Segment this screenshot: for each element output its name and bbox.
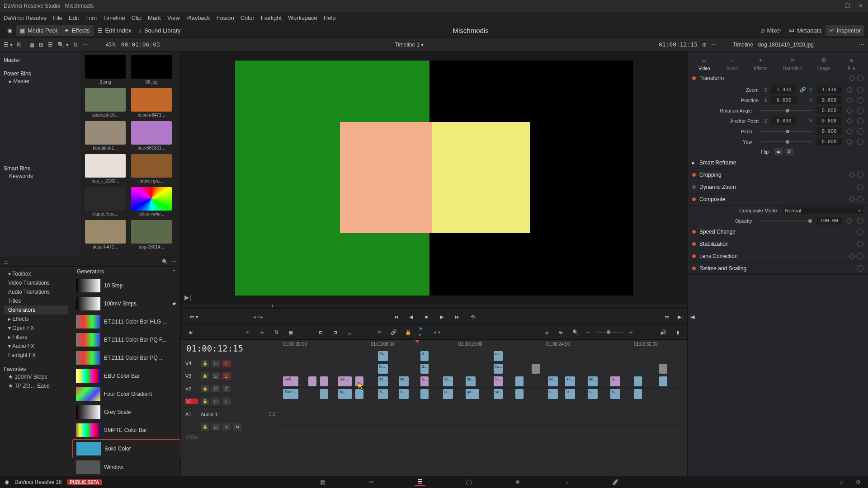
timeline-clip[interactable]: s... (588, 389, 598, 399)
razor-icon[interactable]: ✂ (375, 328, 383, 336)
fx-cat[interactable]: Video Transitions (4, 278, 68, 287)
media-clip[interactable]: 36.jpg (131, 55, 172, 84)
timeline-clip[interactable] (420, 389, 429, 399)
timeline-clip[interactable]: s... (399, 389, 409, 399)
generator-item[interactable]: EBU Color Bar (72, 367, 180, 385)
play-next-icon[interactable]: ▶| (184, 294, 191, 301)
tab-audio[interactable]: ♪Audio (726, 55, 738, 71)
menu-item[interactable]: Clip (132, 14, 142, 21)
generator-item[interactable]: Window (72, 458, 180, 476)
track-head-v3[interactable]: V3🔒▢▢ (181, 370, 280, 382)
timeline-clip[interactable]: b... (565, 389, 575, 399)
track-head-v4[interactable]: V4🔒▢▢ (181, 357, 280, 370)
strip-view-icon[interactable]: ☰ (48, 42, 53, 48)
generator-item[interactable]: BT.2111 Color Bar PQ ... (72, 349, 180, 367)
page-color-icon[interactable]: ✺ (512, 478, 523, 486)
menu-item[interactable]: View (167, 14, 180, 21)
generator-item[interactable]: BT.2111 Color Bar PQ F... (72, 331, 180, 349)
section-speed[interactable]: Speed Change (688, 226, 868, 238)
fx-filters[interactable]: ▸ Filters (4, 333, 68, 342)
power-bin-master[interactable]: ▸ Master (4, 77, 77, 86)
viewer-mode-icon[interactable]: ⊕ (702, 42, 707, 48)
generators-header[interactable]: Generators⌃ (72, 267, 180, 277)
fx-cat[interactable]: Titles (4, 296, 68, 305)
track-head-a1-ctrl[interactable]: 🔒▢SM (181, 421, 280, 433)
section-dynamic-zoom[interactable]: Dynamic Zoom (688, 181, 868, 193)
menu-item[interactable]: File (53, 14, 62, 21)
section-cropping[interactable]: Cropping (688, 169, 868, 181)
audio-icon[interactable]: 🔊 (659, 328, 667, 336)
zoom-slider[interactable] (596, 332, 623, 333)
single-viewer-icon[interactable]: ▭ ▾ (190, 314, 198, 320)
next-frame-icon[interactable]: ⏭ (453, 312, 462, 321)
timeline-clip[interactable]: ra... (494, 364, 503, 374)
timeline-view-icon[interactable]: ⊞ (186, 328, 194, 336)
track-v1[interactable]: Scre...lig...S...s...p...gir...sc...s...… (280, 388, 687, 400)
tab-image[interactable]: 🖼Image (817, 55, 830, 71)
timeline-clip[interactable]: S... (494, 376, 503, 386)
thumb-view-icon[interactable]: ⊞ (39, 42, 43, 48)
tab-effects[interactable]: ✦Effects (754, 55, 767, 71)
timeline-clip[interactable]: Soli... (283, 376, 298, 386)
timeline-clip[interactable]: sc... (466, 376, 476, 386)
flip-v-icon[interactable]: ⇵ (785, 148, 793, 155)
edit-index-button[interactable]: ☰Edit Index (94, 25, 135, 36)
stop-icon[interactable]: ■ (422, 312, 431, 321)
replace-icon[interactable]: ⊒ (345, 328, 354, 336)
menu-item[interactable]: Playback (186, 14, 210, 21)
track-head-a1[interactable]: A1Audio 12.0 (181, 408, 280, 421)
media-clip[interactable]: clapperboa... (85, 187, 126, 216)
generator-item[interactable]: Solid Color (72, 439, 180, 458)
close-icon[interactable]: ✕ (857, 2, 864, 9)
bin-view-icon[interactable]: ☰ ▾ (4, 42, 13, 48)
first-frame-icon[interactable]: ⏮ (391, 312, 400, 321)
minimize-icon[interactable]: — (830, 2, 837, 9)
page-cut-icon[interactable]: ✂ (366, 478, 377, 486)
loop-icon[interactable]: ⟲ (468, 312, 477, 321)
settings-icon[interactable]: ⚙ (853, 478, 863, 486)
effects-button[interactable]: ✦Effects (61, 25, 94, 36)
page-edit-icon[interactable]: ☰ (415, 478, 425, 486)
menu-item[interactable]: DaVinci Resolve (4, 14, 47, 21)
section-retime[interactable]: Retime and Scaling (688, 263, 868, 275)
fx-cat[interactable]: ▸ Effects (4, 314, 68, 324)
timeline-clip[interactable]: So... (338, 376, 352, 386)
disable-icon[interactable]: ▢ (222, 360, 231, 367)
playhead[interactable] (417, 340, 417, 476)
prev-edit-icon[interactable]: ◂ • ▸ (253, 314, 263, 320)
go-out-icon[interactable]: |◀ (689, 314, 694, 320)
menu-item[interactable]: Help (324, 14, 336, 21)
power-bins-header[interactable]: Power Bins (4, 70, 77, 77)
home-icon[interactable]: ⌂ (836, 478, 847, 486)
media-clip[interactable]: boy_-_2182... (85, 154, 126, 183)
timeline-clip[interactable] (634, 389, 642, 399)
menu-item[interactable]: Mark (148, 14, 161, 21)
track-head-v1[interactable]: V1🔒▢▢ (181, 395, 280, 408)
timeline-clip[interactable]: b... (610, 389, 620, 399)
fav-item[interactable]: ★ 100mV Steps (4, 372, 68, 381)
trim-tool-icon[interactable]: ⫘ (258, 328, 266, 336)
match-frame-icon[interactable]: ▭ (665, 314, 669, 320)
media-clip[interactable]: colour-whe... (131, 187, 172, 216)
selection-tool-icon[interactable]: ➤ (243, 328, 251, 336)
timeline-clip[interactable]: lig... (338, 389, 352, 399)
marker-icon[interactable]: ● ▾ (433, 328, 441, 336)
timeline-clip[interactable] (659, 376, 667, 386)
page-fairlight-icon[interactable]: ♪ (561, 478, 572, 486)
blade-tool-icon[interactable]: ▦ (287, 328, 295, 336)
resolve-logo-icon[interactable]: ◉ (4, 25, 16, 36)
timeline-clip[interactable] (532, 364, 540, 374)
list-view-icon[interactable]: ▦ (29, 42, 34, 48)
section-transform[interactable]: Transform (688, 72, 868, 84)
maximize-icon[interactable]: ❐ (844, 2, 851, 9)
timeline-clip[interactable]: b... (378, 364, 388, 374)
master-bin[interactable]: Master (4, 57, 77, 63)
go-in-icon[interactable]: ▶| (678, 314, 683, 320)
menu-item[interactable]: Edit (69, 14, 79, 21)
timeline-clip[interactable]: ra... (494, 351, 503, 361)
section-composite[interactable]: Composite (688, 193, 868, 206)
media-clip[interactable]: bee-561801... (131, 121, 172, 150)
fx-fairlight[interactable]: Fairlight FX (4, 351, 68, 360)
media-clip[interactable]: beach-3471... (131, 88, 172, 117)
track-v3[interactable]: b...d...ra... (280, 362, 687, 375)
